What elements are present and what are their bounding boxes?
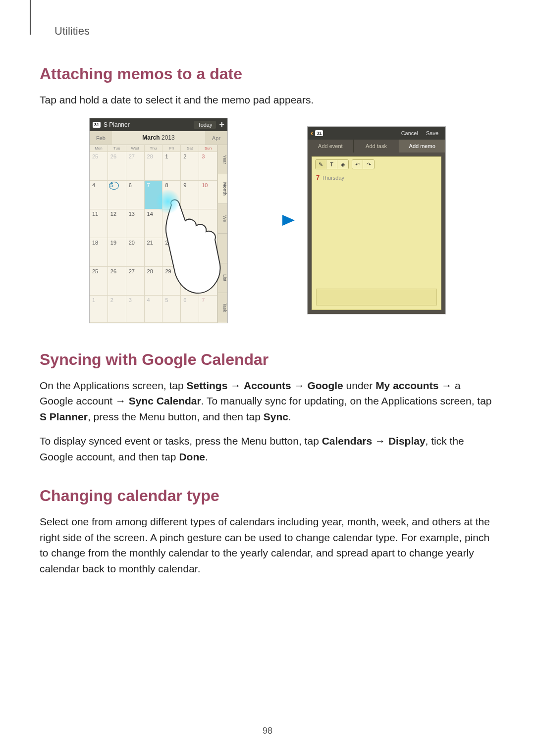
memo-date-label: 7Thursday — [312, 172, 441, 183]
next-month-button[interactable]: Apr — [205, 131, 227, 145]
add-item-tabs[interactable]: Add event Add task Add memo — [308, 140, 445, 152]
memo-pad-canvas[interactable]: ✎ T ◈ ↶ ↷ 7Thursday — [312, 156, 441, 310]
figure-row: 31 S Planner Today + Feb March 2013 Apr … — [40, 118, 495, 323]
view-tab-week: We — [218, 204, 227, 234]
eraser-icon[interactable]: ◈ — [337, 160, 348, 169]
memo-header: ‹ 31 Cancel Save — [308, 127, 445, 140]
svg-marker-1 — [282, 215, 295, 226]
splanner-header: 31 S Planner Today + — [90, 118, 227, 131]
view-tab-list: List — [218, 263, 227, 293]
transition-arrow-icon — [240, 213, 295, 228]
page-number: 98 — [0, 726, 535, 736]
syncing-paragraph-1: On the Applications screen, tap Settings… — [40, 378, 495, 425]
back-chevron-icon[interactable]: ‹ — [311, 129, 313, 138]
view-tab-year: Year — [218, 145, 227, 175]
redo-icon[interactable]: ↷ — [363, 160, 374, 169]
cancel-button[interactable]: Cancel — [397, 130, 422, 136]
selected-date-cell: 7 — [145, 181, 163, 209]
prev-month-button[interactable]: Feb — [90, 131, 112, 145]
screenshot-memo-pad: ‹ 31 Cancel Save Add event Add task Add … — [307, 126, 446, 314]
tab-add-memo: Add memo — [399, 140, 445, 152]
text-icon[interactable]: T — [326, 160, 337, 169]
view-tab-task: Task — [218, 293, 227, 323]
memo-toolbar: ✎ T ◈ ↶ ↷ — [312, 157, 441, 172]
month-navigation: Feb March 2013 Apr — [90, 131, 227, 145]
tab-add-event: Add event — [308, 140, 354, 152]
current-month-label: March 2013 — [112, 134, 205, 141]
calendar-badge-icon: 31 — [315, 130, 323, 136]
calendar-grid[interactable]: Mon Tue Wed Thu Fri Sat Sun 25262728123 … — [90, 145, 217, 323]
save-button[interactable]: Save — [422, 130, 442, 136]
view-tab-month: Month — [218, 174, 227, 204]
breadcrumb: Utilities — [54, 25, 495, 38]
view-type-tabs[interactable]: Year Month We List Task — [217, 145, 227, 323]
view-tab-blank — [218, 234, 227, 263]
today-button[interactable]: Today — [194, 121, 216, 129]
tab-add-task: Add task — [354, 140, 400, 152]
heading-syncing-google: Syncing with Google Calendar — [40, 351, 495, 369]
calendar-badge-icon: 31 — [93, 122, 101, 128]
pen-icon[interactable]: ✎ — [316, 160, 326, 169]
day-of-week-row: Mon Tue Wed Thu Fri Sat Sun — [90, 145, 217, 152]
splanner-title: S Planner — [104, 121, 194, 128]
memo-bottom-panel — [316, 289, 437, 305]
screenshot-splanner-calendar: 31 S Planner Today + Feb March 2013 Apr … — [89, 118, 228, 323]
heading-changing-calendar-type: Changing calendar type — [40, 487, 495, 505]
undo-icon[interactable]: ↶ — [352, 160, 363, 169]
heading-attaching-memos: Attaching memos to a date — [40, 65, 495, 83]
attaching-intro-text: Tap and hold a date to select it and the… — [40, 92, 495, 108]
add-event-button[interactable]: + — [219, 119, 224, 130]
today-cell: 5 — [108, 181, 126, 209]
syncing-paragraph-2: To display synced event or tasks, press … — [40, 433, 495, 464]
header-divider — [30, 0, 31, 35]
changing-paragraph: Select one from among different types of… — [40, 514, 495, 576]
